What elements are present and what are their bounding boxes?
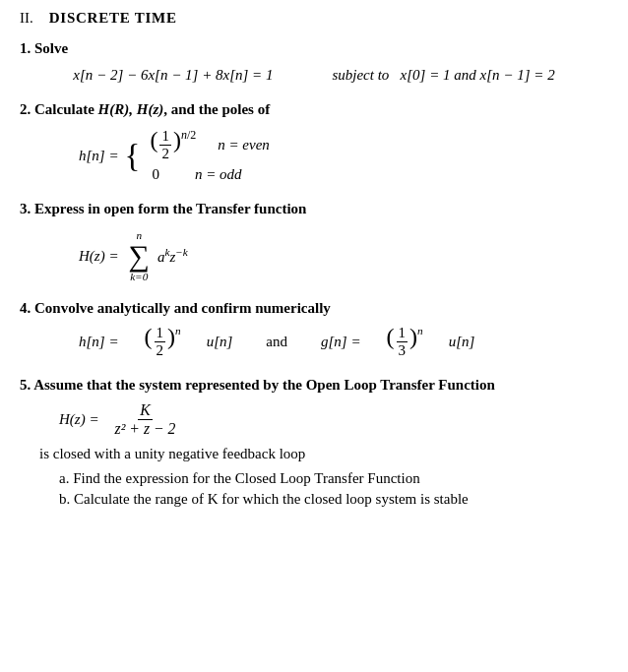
section-header: II. DISCRETE TIME xyxy=(20,10,608,27)
hn-label: h[n] = xyxy=(79,334,119,350)
problem-2-piecewise: h[n] = { ( 1 2 ) n/ xyxy=(79,128,608,183)
problem-4-label: Convolve analytically and confirm numeri… xyxy=(34,300,331,316)
problem-5-equation: H(z) = K z² + z − 2 xyxy=(59,401,608,438)
gn-tail: u[n] xyxy=(449,334,475,350)
section-title: DISCRETE TIME xyxy=(49,10,177,27)
piecewise-var: h[n] = xyxy=(79,148,119,164)
problem-4-equation: h[n] = ( 1 2 ) n u[n] and g[n] = ( 1 3 xyxy=(79,325,608,359)
problem-1-conditions: x[0] = 1 and x[n − 1] = 2 xyxy=(401,67,555,83)
problem-3-header: 3. Express in open form the Transfer fun… xyxy=(20,201,608,217)
problem-3-number: 3. xyxy=(20,201,31,216)
problem-5-header: 5. Assume that the system represented by… xyxy=(20,377,608,394)
gn-label: g[n] = xyxy=(321,334,361,350)
sub-item-b: b. Calculate the range of K for which th… xyxy=(59,491,608,508)
problem-5-body: is closed with a unity negative feedback… xyxy=(39,446,608,508)
section-numeral: II. xyxy=(20,10,33,27)
problem-5-label: Assume that the system represented by th… xyxy=(33,377,495,393)
problem-1-number: 1. xyxy=(20,40,31,56)
problem-1: 1. Solve x[n − 2] − 6x[n − 1] + 8x[n] = … xyxy=(20,40,608,84)
problem-2: 2. Calculate H(R), H(z), and the poles o… xyxy=(20,101,608,183)
hz-label-3: H(z) = xyxy=(79,248,119,265)
case1-paren: ( 1 2 ) n/2 xyxy=(150,128,196,162)
problem-1-label: Solve xyxy=(34,40,68,56)
case2-cond: n = odd xyxy=(195,166,242,183)
problem-5-number: 5. xyxy=(20,377,31,393)
sub-item-a: a. Find the expression for the Closed Lo… xyxy=(59,470,608,487)
hz-frac: K z² + z − 2 xyxy=(113,401,178,438)
curly-brace: { xyxy=(125,140,141,172)
problem-5: 5. Assume that the system represented by… xyxy=(20,377,608,508)
problem-4-number: 4. xyxy=(20,300,31,316)
problem-1-subject: subject to x[0] = 1 and x[n − 1] = 2 xyxy=(332,67,554,84)
sub-b-text: b. Calculate the range of K for which th… xyxy=(59,491,469,507)
sub-a-text: a. Find the expression for the Closed Lo… xyxy=(59,470,420,486)
problem-4-header: 4. Convolve analytically and confirm num… xyxy=(20,300,608,317)
case1-cond: n = even xyxy=(218,137,270,153)
problem-1-header: 1. Solve xyxy=(20,40,608,57)
hn-paren: ( 1 2 ) n xyxy=(145,325,181,359)
piecewise-row-1: ( 1 2 ) n/2 n = even xyxy=(148,128,269,162)
summation-block: n ∑ k=0 xyxy=(129,229,150,282)
sum-sigma: ∑ xyxy=(129,241,150,271)
subject-to-label: subject to xyxy=(332,67,389,83)
hn-tail: u[n] xyxy=(207,334,233,350)
problem-4: 4. Convolve analytically and confirm num… xyxy=(20,300,608,359)
sum-body: akz−k xyxy=(157,246,188,266)
problem-1-eq-text: x[n − 2] − 6x[n − 1] + 8x[n] = 1 xyxy=(73,67,273,84)
problem-3-equation: H(z) = n ∑ k=0 akz−k xyxy=(79,229,608,282)
problem-2-label: Calculate H(R), H(z), and the poles of xyxy=(34,101,270,117)
problem-3: 3. Express in open form the Transfer fun… xyxy=(20,201,608,282)
and-label: and xyxy=(266,334,287,350)
page-container: II. DISCRETE TIME 1. Solve x[n − 2] − 6x… xyxy=(20,10,608,508)
problem-3-label: Express in open form the Transfer functi… xyxy=(34,201,306,216)
gn-frac: 1 3 xyxy=(397,325,408,359)
problem-1-equation: x[n − 2] − 6x[n − 1] + 8x[n] = 1 subject… xyxy=(20,67,608,84)
gn-paren: ( 1 3 ) n xyxy=(387,325,423,359)
piecewise-block: { ( 1 2 ) n/2 xyxy=(125,128,270,183)
piecewise-row-2: 0 n = odd xyxy=(148,166,269,183)
piecewise-cases: ( 1 2 ) n/2 n = even 0 xyxy=(148,128,269,183)
case2-val: 0 xyxy=(148,166,159,183)
case1-val: ( 1 2 ) n/2 xyxy=(148,128,198,162)
problem-2-header: 2. Calculate H(R), H(z), and the poles o… xyxy=(20,101,608,118)
sum-bottom: k=0 xyxy=(130,271,148,282)
closed-text: is closed with a unity negative feedback… xyxy=(39,446,608,462)
problem-2-number: 2. xyxy=(20,101,31,117)
hn-frac: 1 2 xyxy=(155,325,166,359)
hz-label-5: H(z) = xyxy=(59,411,99,428)
case1-frac: 1 2 xyxy=(159,128,171,162)
